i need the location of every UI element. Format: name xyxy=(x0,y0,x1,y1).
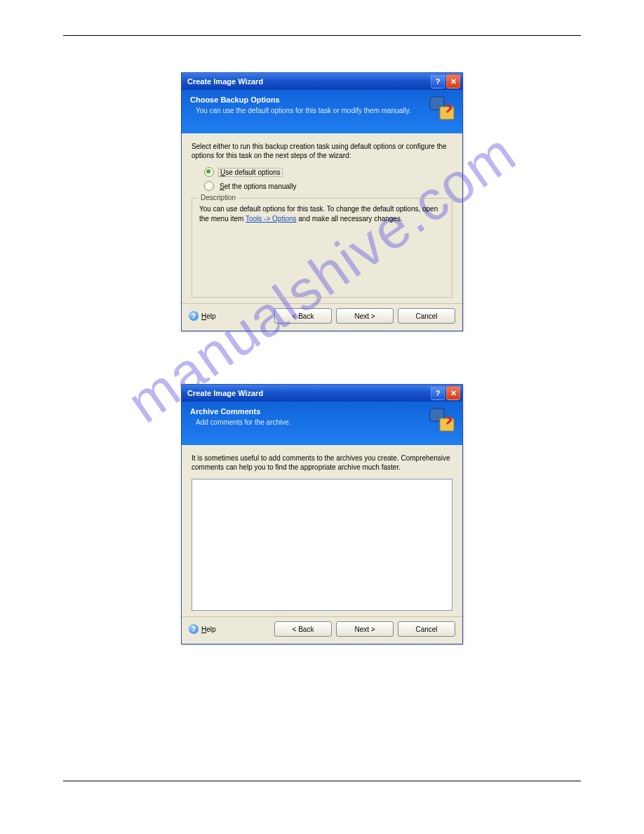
radio-label: Set the options manually xyxy=(218,183,298,190)
help-title-button[interactable]: ? xyxy=(431,386,445,400)
titlebar: Create Image Wizard ? ✕ xyxy=(182,385,462,402)
close-button[interactable]: ✕ xyxy=(446,74,460,88)
radio-label: Use default options xyxy=(218,168,283,177)
cancel-button[interactable]: Cancel xyxy=(398,308,455,324)
window-title: Create Image Wizard xyxy=(187,389,431,397)
page-content: Create Image Wizard ? ✕ Choose Backup Op… xyxy=(63,35,581,644)
wizard-body: Select either to run this backup creatio… xyxy=(182,133,462,303)
next-button[interactable]: Next > xyxy=(336,621,394,637)
next-button[interactable]: Next > xyxy=(336,308,394,324)
footer-rule xyxy=(63,781,581,781)
wizard-header: Choose Backup Options You can use the de… xyxy=(182,90,462,133)
wizard-icon xyxy=(426,93,457,124)
tools-options-link[interactable]: Tools -> Options xyxy=(246,215,297,223)
instruction-text: It is sometimes useful to add comments t… xyxy=(192,454,452,472)
radio-set-manually[interactable]: Set the options manually xyxy=(204,181,452,191)
cancel-button[interactable]: Cancel xyxy=(398,621,455,637)
radio-icon xyxy=(204,167,214,177)
comments-textarea[interactable] xyxy=(192,479,452,611)
wizard-body: It is sometimes useful to add comments t… xyxy=(182,445,462,616)
dialog-backup-options: Create Image Wizard ? ✕ Choose Backup Op… xyxy=(181,72,463,331)
help-icon: ? xyxy=(189,624,199,634)
dialog-archive-comments: Create Image Wizard ? ✕ Archive Comments… xyxy=(181,384,463,644)
header-title: Choose Backup Options xyxy=(190,95,455,104)
description-legend: Description xyxy=(198,194,239,201)
header-subtitle: You can use the default options for this… xyxy=(190,107,455,114)
close-button[interactable]: ✕ xyxy=(446,386,460,400)
radio-use-default[interactable]: Use default options xyxy=(204,167,452,177)
help-icon: ? xyxy=(189,311,199,321)
titlebar: Create Image Wizard ? ✕ xyxy=(182,73,462,90)
radio-icon xyxy=(204,181,214,191)
instruction-text: Select either to run this backup creatio… xyxy=(192,142,452,160)
help-link[interactable]: ? Help xyxy=(189,311,216,321)
help-link[interactable]: ? Help xyxy=(189,624,216,634)
description-group: Description You can use default options … xyxy=(192,198,452,298)
back-button[interactable]: < Back xyxy=(274,308,332,324)
wizard-footer: ? Help < Back Next > Cancel xyxy=(182,616,462,644)
back-button[interactable]: < Back xyxy=(274,621,332,637)
wizard-footer: ? Help < Back Next > Cancel xyxy=(182,303,462,331)
header-title: Archive Comments xyxy=(190,407,455,416)
wizard-icon xyxy=(426,404,457,435)
header-subtitle: Add comments for the archive. xyxy=(190,418,455,426)
window-title: Create Image Wizard xyxy=(187,77,431,86)
description-text: You can use default options for this tas… xyxy=(199,204,445,223)
help-title-button[interactable]: ? xyxy=(431,74,445,88)
wizard-header: Archive Comments Add comments for the ar… xyxy=(182,402,462,445)
